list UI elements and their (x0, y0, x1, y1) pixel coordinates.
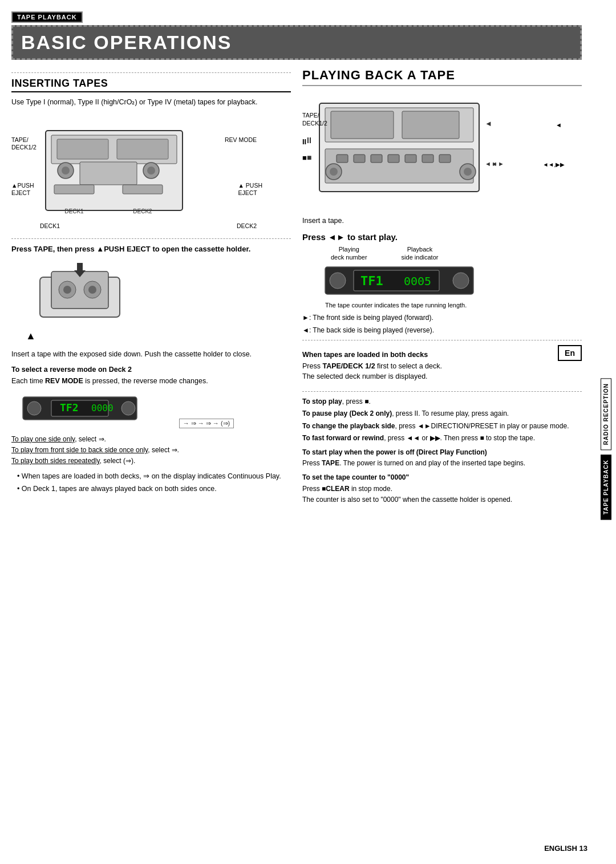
right-column: PLAYING BACK A TAPE (302, 68, 582, 506)
svg-point-24 (27, 401, 41, 415)
svg-point-5 (62, 167, 70, 175)
play-mode-1: To play one side only, select ⇒. (11, 434, 291, 445)
svg-text:►►: ►► (492, 160, 504, 167)
basic-operations-title: BASIC OPERATIONS (11, 25, 582, 60)
svg-text:DECK1: DECK1 (64, 208, 84, 214)
cassette-diagram: ▲ (23, 260, 291, 342)
counter-note: The tape counter indicates the tape runn… (325, 301, 582, 310)
playback-device-diagram: ◄ ◄◄ ►► II ■ TAPE/DECK1/2 II ■ ◄ ◄◄,▶▶ (302, 92, 582, 208)
op-pause: To pause play (Deck 2 only), press II. T… (302, 408, 582, 419)
left-column: INSERTING TAPES Use Type I (normal), Typ… (11, 68, 291, 506)
push-eject-left-label: ▲PUSHEJECT (11, 182, 34, 197)
svg-point-41 (464, 168, 472, 176)
op-change-side: To change the playback side, press ◄►DIR… (302, 421, 582, 432)
svg-text:II: II (307, 136, 311, 145)
svg-point-16 (63, 286, 71, 294)
svg-point-25 (121, 401, 135, 415)
pause-label: II (302, 137, 306, 146)
svg-point-18 (88, 286, 96, 294)
forward-note: ►: The front side is being played (forwa… (302, 313, 582, 323)
device-diagram-left: DECK1 DECK2 TAPE/DECK1/2 REV MODE ▲PUSHE… (11, 113, 291, 229)
notes-list: When tapes are loaded in both decks, ⇒ o… (11, 471, 291, 494)
reverse-mode-body: Each time REV MODE is pressed, the rever… (11, 376, 291, 387)
svg-text:TF1: TF1 (360, 274, 383, 288)
svg-rect-28 (331, 111, 394, 139)
page-footer: ENGLISH 13 (544, 844, 587, 853)
svg-rect-3 (117, 139, 168, 159)
svg-rect-30 (325, 149, 473, 183)
svg-rect-34 (388, 155, 399, 163)
svg-point-51 (330, 273, 346, 289)
inserting-tapes-title: INSERTING TAPES (11, 78, 291, 92)
svg-text:DECK2: DECK2 (133, 208, 152, 214)
reverse-mode-title: To select a reverse mode on Deck 2 (11, 366, 291, 374)
push-arrow-icon: ▲ (26, 330, 291, 342)
counter-diagram-left: TF2 0000 → ⇒ → ⇒ → (⇒) (17, 391, 291, 428)
play-mode-3: To play both sides repeatedly, select (⇒… (11, 456, 291, 467)
svg-rect-35 (405, 155, 416, 163)
main-content: INSERTING TAPES Use Type I (normal), Typ… (11, 68, 582, 506)
op-fast-forward: To fast forward or rewind, press ◄◄ or ▶… (302, 433, 582, 444)
reverse-note: ◄: The back side is being played (revers… (302, 325, 582, 335)
tape-deck-label-right: TAPE/DECK1/2 (302, 112, 327, 127)
both-decks-text: When tapes are loaded in both decks Pres… (302, 345, 552, 387)
tab-tape-playback[interactable]: TAPE PLAYBACK (601, 455, 611, 520)
svg-rect-31 (337, 155, 348, 163)
push-eject-right-label: ▲ PUSHEJECT (238, 182, 262, 197)
svg-point-39 (330, 168, 338, 176)
svg-point-7 (147, 167, 155, 175)
deck1-label: DECK1 (40, 222, 60, 229)
svg-text:TF2: TF2 (60, 401, 79, 413)
svg-rect-33 (371, 155, 382, 163)
tab-radio-reception[interactable]: RADIO RECEPTION (601, 378, 611, 450)
svg-rect-37 (439, 155, 451, 163)
tape-playback-label: TAPE PLAYBACK (11, 11, 83, 23)
deck2-label: DECK2 (237, 222, 257, 229)
insert-note: Insert a tape with the exposed side down… (11, 349, 291, 360)
svg-text:◄: ◄ (485, 119, 492, 128)
page-container: RADIO RECEPTION TAPE PLAYBACK TAPE PLAYB… (0, 0, 616, 864)
playback-side-label: Playbackside indicator (402, 245, 439, 262)
counter-svg-left: TF2 0000 (17, 391, 143, 425)
inserting-tapes-body: Use Type I (normal), Type II (high/CrO₂)… (11, 97, 291, 108)
insert-tape-note: Insert a tape. (302, 216, 582, 226)
play-arrow-label: ◄ (556, 121, 562, 128)
playback-unit-svg: ◄ ◄◄ ►► II ■ (302, 92, 508, 206)
playing-deck-label: Playingdeck number (331, 245, 367, 262)
playing-back-title: PLAYING BACK A TAPE (302, 68, 582, 86)
en-box: En (558, 345, 582, 361)
svg-rect-2 (57, 139, 108, 159)
stop-label: ■ (302, 153, 307, 162)
header-area: TAPE PLAYBACK BASIC OPERATIONS (11, 11, 605, 60)
svg-text:0005: 0005 (404, 274, 431, 288)
note-1: When tapes are loaded in both decks, ⇒ o… (17, 471, 291, 482)
svg-text:■: ■ (307, 153, 311, 162)
operations-list: To stop play, press ■. To pause play (De… (302, 396, 582, 505)
svg-rect-32 (354, 155, 365, 163)
right-tab-bar: RADIO RECEPTION TAPE PLAYBACK (595, 0, 616, 864)
op-stop: To stop play, press ■. (302, 396, 582, 407)
press-play-heading: Press ◄► to start play. (302, 232, 582, 242)
press-tape-heading: Press TAPE, then press ▲PUSH EJECT to op… (11, 244, 291, 255)
playback-counter-area: Playingdeck number Playbackside indicato… (319, 245, 582, 310)
main-unit-svg: DECK1 DECK2 (11, 113, 205, 228)
play-mode-2: To play from front side to back side onc… (11, 445, 291, 456)
svg-rect-9 (54, 185, 94, 194)
fast-labels: ◄◄,▶▶ (542, 161, 565, 168)
svg-rect-29 (402, 111, 459, 139)
svg-rect-8 (80, 162, 137, 185)
svg-rect-36 (422, 155, 433, 163)
note-2: On Deck 1, tapes are always played back … (17, 484, 291, 494)
play-modes-indicator: → ⇒ → ⇒ → (⇒) (179, 419, 234, 428)
tape-deck-label-left: TAPE/DECK1/2 (11, 136, 37, 152)
counter-labels-top: Playingdeck number Playbackside indicato… (331, 245, 582, 262)
play-modes-list: To play one side only, select ⇒. To play… (11, 434, 291, 467)
playback-counter-svg: TF1 0005 (319, 262, 479, 299)
svg-rect-10 (123, 185, 163, 194)
both-decks-body: Press TAPE/DECK 1/2 first to select a de… (302, 361, 552, 383)
rev-mode-label: REV MODE (225, 136, 257, 143)
both-decks-title: When tapes are loaded in both decks (302, 351, 552, 359)
op-direct-play: To start play when the power is off (Dir… (302, 447, 582, 469)
svg-point-52 (453, 273, 469, 289)
op-tape-counter: To set the tape counter to "0000" Press … (302, 472, 582, 505)
